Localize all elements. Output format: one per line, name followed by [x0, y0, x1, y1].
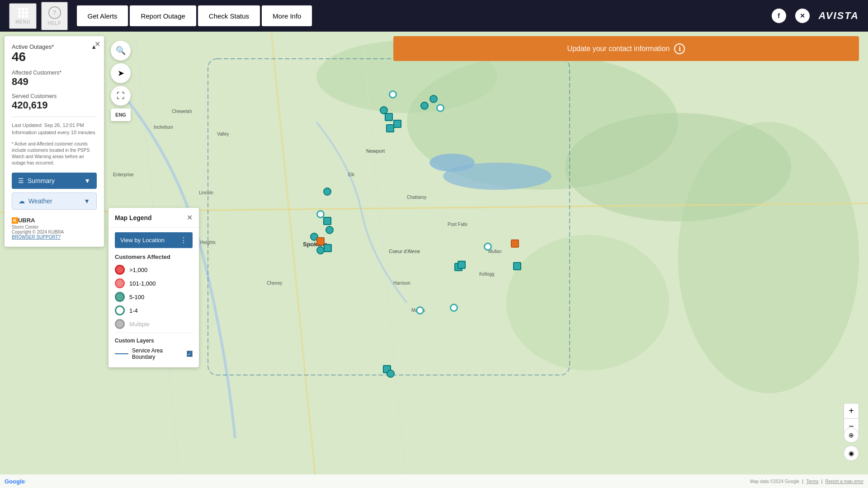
affected-customers-label: Affected Customers*	[12, 70, 97, 76]
legend-title: Map Legend	[115, 214, 152, 221]
legend-close-button[interactable]: ✕	[187, 213, 193, 222]
svg-point-4	[678, 122, 859, 393]
menu-label: MENU	[15, 19, 30, 24]
legend-body: View by Location ⋮ Customers Affected >1…	[108, 228, 199, 367]
outage-marker-19[interactable]	[484, 243, 492, 251]
legend-dot-multiple	[115, 319, 125, 329]
outage-marker-11[interactable]	[323, 217, 331, 225]
menu-button[interactable]: MENU	[9, 3, 37, 29]
outage-marker-16[interactable]	[316, 246, 325, 254]
service-area-line-icon	[115, 353, 128, 354]
help-label: HELP	[47, 21, 61, 26]
sidebar-panel: ✕ Active Outages* ▲ 46 Affected Customer…	[5, 36, 104, 247]
fullscreen-button[interactable]: ⛶	[111, 86, 131, 106]
terms-link[interactable]: Terms	[806, 479, 818, 484]
outage-marker-12[interactable]	[326, 226, 334, 234]
legend-header: Map Legend ✕	[108, 208, 199, 228]
search-button[interactable]: 🔍	[111, 41, 131, 61]
affected-customers-section: Affected Customers* 849	[12, 70, 97, 88]
bottom-right-controls: ⊕ ◉	[844, 427, 859, 461]
language-button[interactable]: ENG	[111, 108, 131, 121]
svg-text:Enterprise: Enterprise	[113, 172, 134, 177]
outage-marker-3[interactable]	[429, 95, 438, 103]
storm-center-label: Storm Center	[12, 225, 97, 230]
outage-marker-18[interactable]	[511, 239, 519, 248]
served-customers-count: 420,619	[12, 99, 97, 111]
svg-text:Coeur d'Alene: Coeur d'Alene	[389, 249, 420, 254]
google-logo: Google	[5, 478, 25, 485]
active-outages-count: 46	[12, 50, 97, 64]
outage-marker-9[interactable]	[323, 188, 331, 196]
more-info-button[interactable]: More Info	[262, 5, 312, 26]
custom-layers-section: Custom Layers Service Area Boundary	[115, 333, 193, 360]
twitter-x-icon[interactable]: ✕	[795, 9, 810, 23]
check-status-button[interactable]: Check Status	[198, 5, 260, 26]
svg-text:Newport: Newport	[366, 148, 385, 154]
legend-label-gt1000: >1,000	[129, 267, 147, 273]
legend-dot-101-1000	[115, 278, 125, 288]
help-button[interactable]: ? HELP	[41, 2, 67, 30]
notification-banner[interactable]: Update your contact information ℹ	[393, 36, 859, 61]
legend-label-multiple: Multiple	[129, 321, 150, 328]
outage-marker-23[interactable]	[513, 262, 521, 270]
service-area-checkbox[interactable]	[187, 351, 193, 357]
get-alerts-button[interactable]: Get Alerts	[77, 5, 128, 26]
map-attribution-text: Map data ©2024 Google	[750, 479, 799, 484]
legend-item-101-1000: 101-1,000	[115, 278, 193, 288]
outage-marker-22[interactable]	[450, 304, 458, 312]
active-outages-section: Active Outages* ▲ 46	[12, 43, 97, 64]
zoom-in-button[interactable]: +	[844, 403, 859, 418]
svg-text:Cheney: Cheney	[267, 281, 282, 286]
sidebar-close-button[interactable]: ✕	[94, 40, 100, 48]
street-view-button[interactable]: ◉	[844, 446, 859, 461]
svg-text:Chattaroy: Chattaroy	[407, 195, 426, 200]
served-customers-label: Served Customers	[12, 93, 97, 99]
notification-text: Update your contact information	[567, 45, 670, 53]
report-outage-button[interactable]: Report Outage	[130, 5, 196, 26]
avista-logo: AVISTA	[819, 10, 859, 22]
notification-info-icon: ℹ	[674, 43, 685, 54]
copyright-text: Copyright © 2024 KUBRA	[12, 230, 97, 235]
summary-button[interactable]: ☰ Summary ▼	[12, 173, 97, 189]
location-button[interactable]: ➤	[111, 63, 131, 83]
svg-text:Inchelium: Inchelium	[154, 125, 173, 130]
active-outages-label: Active Outages*	[12, 43, 54, 50]
outage-marker-25[interactable]	[387, 370, 395, 378]
disclaimer-text: * Active and Affected customer counts in…	[12, 141, 97, 166]
active-outages-header: Active Outages* ▲	[12, 43, 97, 50]
map-footer: Google Map data ©2024 Google | Terms | R…	[0, 474, 868, 488]
service-area-label: Service Area Boundary	[132, 347, 183, 360]
outage-marker-20[interactable]	[458, 261, 466, 269]
facebook-icon[interactable]: f	[772, 9, 786, 23]
svg-text:Chewelah: Chewelah	[172, 109, 192, 114]
kubra-footer: KUBRA Storm Center Copyright © 2024 KUBR…	[12, 217, 97, 239]
legend-dot-gt1000	[115, 265, 125, 275]
weather-expand-icon: ▼	[84, 197, 90, 205]
outage-marker-4[interactable]	[436, 104, 444, 112]
legend-item-1-4: 1-4	[115, 305, 193, 315]
svg-point-11	[443, 163, 552, 190]
svg-text:Harrison: Harrison	[393, 281, 410, 286]
report-error-link[interactable]: Report a map error	[826, 479, 863, 484]
browser-support-link[interactable]: BROWSER SUPPORT?	[12, 235, 61, 239]
map-controls: 🔍 ➤ ⛶ ENG	[111, 41, 131, 121]
outage-marker-8[interactable]	[386, 124, 394, 132]
view-dots-icon: ⋮	[180, 236, 187, 244]
weather-icon: ☁	[19, 197, 25, 205]
outage-marker-6[interactable]	[385, 113, 393, 121]
divider-1	[12, 117, 97, 117]
outage-marker-15[interactable]	[324, 244, 332, 252]
menu-grid-icon	[18, 8, 28, 18]
weather-button[interactable]: ☁ Weather ▼	[12, 192, 97, 210]
map-legend-panel: Map Legend ✕ View by Location ⋮ Customer…	[108, 208, 199, 367]
outage-marker-7[interactable]	[393, 120, 401, 128]
map-type-button[interactable]: ⊕	[844, 427, 859, 443]
legend-label-5-100: 5-100	[129, 294, 144, 300]
last-updated: Last Updated: Sep 26, 12:01 PM Informati…	[12, 122, 97, 136]
view-by-location-button[interactable]: View by Location ⋮	[115, 232, 193, 248]
outage-marker-21[interactable]	[416, 306, 424, 314]
outage-marker-1[interactable]	[389, 90, 397, 99]
legend-dot-5-100	[115, 292, 125, 302]
outage-marker-2[interactable]	[420, 102, 429, 110]
legend-item-multiple: Multiple	[115, 319, 193, 329]
